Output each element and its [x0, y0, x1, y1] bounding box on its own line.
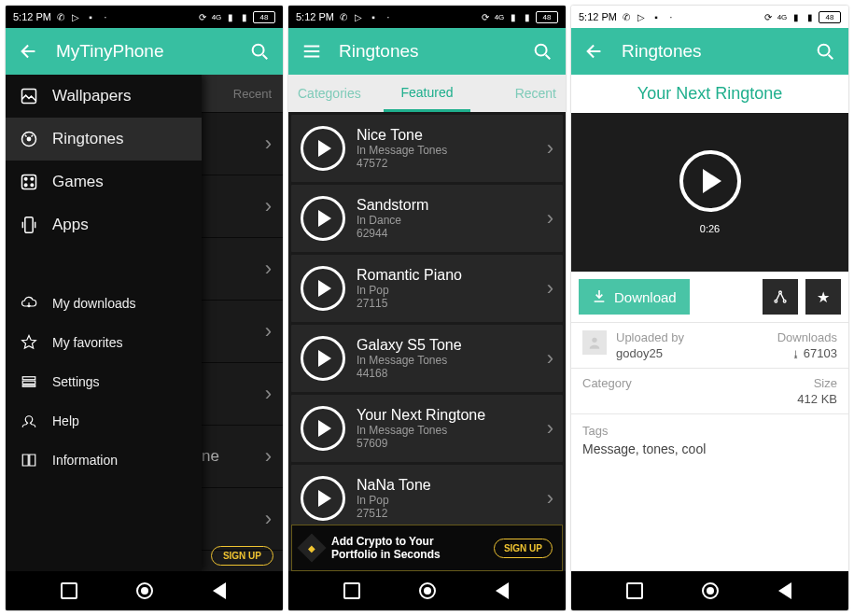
drawer-item-label: Apps: [52, 216, 89, 234]
signal-icon-2: ▮: [805, 11, 816, 22]
item-count: 27115: [357, 297, 536, 310]
player-area: 0:26: [571, 113, 848, 272]
list-item[interactable]: Nice ToneIn Message Tones47572 ›: [291, 115, 563, 182]
drawer-item-label: Settings: [52, 374, 100, 389]
hamburger-icon[interactable]: [301, 41, 322, 62]
tab-recent[interactable]: Recent: [470, 75, 566, 112]
search-icon[interactable]: [249, 41, 270, 62]
ad-logo-icon: ◆: [297, 533, 326, 562]
nav-back-button[interactable]: [208, 580, 231, 602]
system-nav-bar: [288, 571, 566, 610]
bg-signup-button[interactable]: SIGN UP: [211, 546, 273, 566]
svg-point-5: [24, 177, 27, 180]
tab-categories[interactable]: Categories: [288, 75, 384, 112]
drawer-item-wallpapers[interactable]: Wallpapers: [6, 75, 202, 118]
network-4g-icon: 4G: [211, 11, 222, 22]
screen-drawer: 5:12 PM ✆ ▷ ▪ · ⟳ 4G ▮ ▮ 48 MyTinyPhone …: [6, 6, 283, 610]
list-item[interactable]: Romantic PianoIn Pop27115 ›: [291, 255, 563, 322]
nav-recent-button[interactable]: [623, 580, 646, 602]
whatsapp-icon: ✆: [338, 11, 349, 22]
favorite-button[interactable]: ★: [805, 279, 841, 315]
navigation-drawer: Wallpapers Ringtones Games Apps My downl…: [6, 75, 202, 571]
svg-point-8: [31, 184, 34, 187]
play-button[interactable]: [301, 336, 345, 381]
app-title: Ringtones: [622, 41, 798, 62]
share-button[interactable]: [763, 279, 798, 315]
sync-icon: ⟳: [480, 11, 491, 22]
ad-text-line2: Portfolio in Seconds: [331, 548, 484, 561]
signal-icon-2: ▮: [522, 11, 533, 22]
star-icon: [19, 332, 39, 353]
play-icon: [318, 420, 331, 437]
ad-banner[interactable]: ◆ Add Crypto to Your Portfolio in Second…: [291, 525, 563, 571]
size-label: Size: [797, 376, 837, 390]
signal-icon: ▮: [508, 11, 519, 22]
nav-home-button[interactable]: [699, 580, 721, 602]
item-title: Sandstorm: [357, 197, 536, 214]
item-title: Nice Tone: [357, 127, 536, 144]
back-icon[interactable]: [584, 41, 605, 62]
ringtone-list[interactable]: Nice ToneIn Message Tones47572 › Sandsto…: [288, 112, 566, 571]
nav-back-button[interactable]: [774, 580, 796, 602]
play-button[interactable]: [679, 150, 741, 212]
play-icon: [318, 490, 331, 507]
status-time: 5:12 PM: [296, 11, 334, 22]
item-count: 62944: [357, 227, 536, 240]
play-button[interactable]: [301, 266, 345, 311]
svg-point-16: [775, 300, 777, 302]
drawer-item-label: Information: [52, 453, 118, 468]
app-bar: Ringtones: [288, 28, 566, 75]
drawer-item-help[interactable]: Help: [6, 401, 202, 441]
drawer-item-settings[interactable]: Settings: [6, 362, 202, 401]
list-item[interactable]: NaNa ToneIn Pop27512 ›: [291, 465, 563, 532]
play-button[interactable]: [301, 406, 345, 451]
svg-point-7: [24, 184, 27, 187]
app-title: MyTinyPhone: [56, 41, 232, 62]
chevron-right-icon: ›: [547, 136, 553, 161]
drawer-item-downloads[interactable]: My downloads: [6, 284, 202, 323]
item-category: In Dance: [357, 214, 536, 227]
drawer-item-games[interactable]: Games: [6, 161, 202, 203]
download-icon: [592, 288, 607, 306]
status-bar: 5:12 PM ✆ ▷ ▪ · ⟳ 4G ▮ ▮ 48: [571, 6, 848, 28]
chevron-right-icon: ›: [547, 346, 553, 371]
nav-recent-button[interactable]: [341, 580, 363, 602]
drawer-item-label: Wallpapers: [52, 87, 131, 105]
play-button[interactable]: [301, 476, 345, 521]
download-button[interactable]: Download: [579, 279, 690, 315]
drawer-item-information[interactable]: Information: [6, 441, 202, 480]
status-time: 5:12 PM: [579, 11, 617, 22]
play-button[interactable]: [301, 196, 345, 241]
ad-cta-button[interactable]: SIGN UP: [494, 539, 553, 558]
nav-home-button[interactable]: [416, 580, 439, 602]
nav-back-button[interactable]: [491, 580, 513, 602]
drawer-item-apps[interactable]: Apps: [6, 203, 202, 246]
list-item[interactable]: Galaxy S5 ToneIn Message Tones44168 ›: [291, 325, 563, 392]
tab-featured[interactable]: Featured: [384, 75, 469, 112]
back-icon[interactable]: [19, 41, 39, 62]
system-nav-bar: [571, 571, 848, 610]
nav-home-button[interactable]: [133, 580, 156, 602]
item-title: Romantic Piano: [357, 267, 536, 284]
list-item[interactable]: SandstormIn Dance62944 ›: [291, 185, 563, 252]
box-icon: ▪: [85, 11, 96, 22]
play-icon: [703, 169, 721, 193]
screen-ringtone-list: 5:12 PM ✆ ▷ ▪ · ⟳ 4G ▮ ▮ 48 Ringtones Ca…: [288, 6, 566, 610]
download-label: Download: [614, 289, 677, 305]
nav-recent-button[interactable]: [58, 580, 80, 602]
size-value: 412 KB: [797, 392, 837, 406]
play-button[interactable]: [301, 126, 345, 171]
svg-point-17: [783, 300, 786, 302]
drawer-item-ringtones[interactable]: Ringtones: [6, 118, 202, 161]
apps-icon: [19, 215, 39, 235]
svg-rect-4: [22, 175, 36, 189]
search-icon[interactable]: [532, 41, 553, 62]
drawer-item-label: My favorites: [52, 335, 122, 350]
drawer-item-favorites[interactable]: My favorites: [6, 323, 202, 362]
battery-icon: 48: [253, 11, 275, 23]
item-title: NaNa Tone: [357, 477, 536, 494]
search-icon[interactable]: [815, 41, 835, 62]
uploader-name[interactable]: godoy25: [616, 346, 684, 360]
help-icon: [19, 411, 39, 431]
list-item[interactable]: Your Next RingtoneIn Message Tones57609 …: [291, 395, 563, 462]
